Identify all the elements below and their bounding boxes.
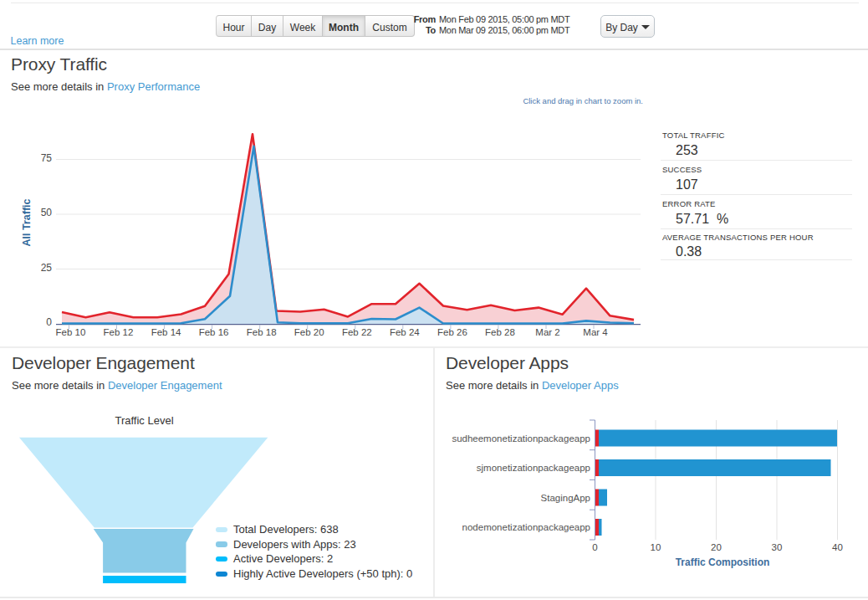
svg-text:20: 20: [711, 542, 722, 552]
svg-text:Feb 12: Feb 12: [104, 327, 134, 337]
svg-text:75: 75: [41, 152, 53, 164]
svg-text:Feb 24: Feb 24: [390, 327, 420, 337]
svg-text:Feb 26: Feb 26: [437, 327, 467, 337]
svg-text:50: 50: [41, 207, 53, 218]
svg-text:0: 0: [592, 542, 597, 552]
svg-text:Feb 28: Feb 28: [485, 327, 515, 337]
svg-text:Feb 10: Feb 10: [56, 327, 86, 337]
svg-text:10: 10: [651, 542, 661, 552]
svg-text:Feb 22: Feb 22: [342, 327, 372, 337]
svg-text:Feb 20: Feb 20: [294, 327, 324, 337]
svg-text:StagingApp: StagingApp: [541, 493, 590, 503]
svg-text:40: 40: [832, 542, 843, 552]
svg-text:sudheemonetizationpackageapp: sudheemonetizationpackageapp: [452, 433, 590, 444]
svg-text:sjmonetizationpackageapp: sjmonetizationpackageapp: [477, 463, 590, 473]
svg-text:Traffic Composition: Traffic Composition: [676, 556, 770, 568]
svg-text:Mar 2: Mar 2: [535, 327, 559, 337]
svg-text:Feb 18: Feb 18: [247, 327, 277, 337]
svg-text:nodemonetizationpackageapp: nodemonetizationpackageapp: [462, 522, 590, 532]
svg-text:0: 0: [46, 316, 52, 328]
svg-text:30: 30: [772, 542, 783, 552]
svg-text:Feb 14: Feb 14: [151, 327, 181, 337]
svg-text:Feb 16: Feb 16: [199, 327, 229, 337]
svg-text:All Traffic: All Traffic: [21, 198, 33, 246]
svg-text:Mar 4: Mar 4: [583, 327, 608, 337]
svg-text:25: 25: [41, 262, 53, 274]
